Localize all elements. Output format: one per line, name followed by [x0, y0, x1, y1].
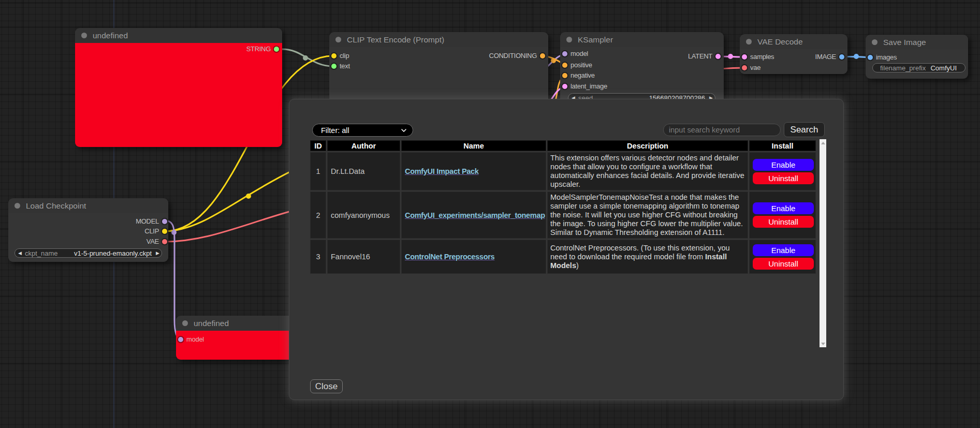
- column-header-id: ID: [310, 140, 326, 151]
- filter-select[interactable]: Filter: all: [312, 124, 413, 137]
- model-input-label: model: [571, 50, 588, 57]
- description-text: This extension offers various detector n…: [550, 154, 744, 188]
- CONDITIONING-output-port[interactable]: [540, 53, 545, 58]
- decrement-arrow-icon[interactable]: ◀: [15, 251, 25, 256]
- ckpt_name-widget-label: ckpt_name: [25, 249, 58, 257]
- latent_image-input-port[interactable]: [562, 84, 567, 89]
- vae-input-label: vae: [750, 64, 760, 71]
- samples-input-label: samples: [750, 53, 774, 61]
- undefined-node-top[interactable]: undefinedSTRING: [75, 28, 282, 147]
- samples-input-port[interactable]: [742, 54, 747, 60]
- save-image-node[interactable]: Save Imageimagesfilename_prefixComfyUI: [866, 35, 968, 79]
- filename_prefix-widget-value: ComfyUI: [930, 64, 965, 72]
- extension-row: 3Fannovel16ControlNet PreprocessorsContr…: [310, 240, 816, 274]
- STRING-output-label: STRING: [246, 45, 271, 53]
- model-input-port[interactable]: [178, 337, 183, 342]
- filename_prefix-widget[interactable]: filename_prefixComfyUI: [872, 63, 966, 72]
- node-titlebar: undefined: [75, 28, 282, 43]
- load-checkpoint-node[interactable]: Load CheckpointMODELCLIPVAE◀ckpt_namev1-…: [8, 198, 168, 262]
- cell-id: 2: [310, 191, 326, 239]
- vae-decode-node[interactable]: VAE DecodesamplesvaeIMAGE: [740, 34, 847, 74]
- IMAGE-output-port[interactable]: [839, 54, 844, 60]
- description-text: ModelSamplerTonemapNoiseTest a node that…: [550, 193, 743, 237]
- search-input[interactable]: [663, 124, 781, 136]
- node-title: KSampler: [578, 32, 613, 47]
- cell-id: 3: [310, 240, 326, 274]
- MODEL-output-label: MODEL: [136, 217, 159, 225]
- ckpt_name-widget-value: v1-5-pruned-emaonly.ckpt: [74, 249, 152, 257]
- column-header-install: Install: [749, 140, 816, 151]
- MODEL-output-port[interactable]: [162, 219, 167, 224]
- link-string-to-text-midpoint-dot: [303, 55, 308, 61]
- increment-arrow-icon[interactable]: ▶: [156, 251, 162, 256]
- ksampler-node[interactable]: KSamplermodelpositivenegativelatent_imag…: [560, 32, 724, 106]
- scroll-up-icon[interactable]: [820, 139, 826, 146]
- extension-link[interactable]: ComfyUI_experiments/sampler_tonemap: [405, 211, 545, 219]
- cell-author: Dr.Lt.Data: [327, 152, 400, 190]
- enable-button[interactable]: Enable: [753, 244, 814, 256]
- scroll-down-icon[interactable]: [820, 340, 826, 347]
- uninstall-button[interactable]: Uninstall: [753, 216, 814, 228]
- column-header-author: Author: [327, 140, 400, 151]
- node-status-dot-icon: [872, 39, 877, 45]
- negative-input-label: negative: [571, 71, 595, 79]
- column-header-name: Name: [401, 140, 546, 151]
- node-titlebar: Load Checkpoint: [8, 198, 168, 213]
- ckpt_name-widget[interactable]: ◀ckpt_namev1-5-pruned-emaonly.ckpt▶: [14, 248, 162, 258]
- cell-author: Fannovel16: [327, 240, 400, 274]
- CONDITIONING-output-label: CONDITIONING: [489, 52, 537, 60]
- filename_prefix-widget-label: filename_prefix: [873, 64, 926, 72]
- manager-dialog: Filter: all Search IDAuthorNameDescripti…: [289, 99, 844, 400]
- node-titlebar: VAE Decode: [740, 34, 847, 49]
- chevron-down-icon: [401, 129, 406, 132]
- extensions-table-wrap: IDAuthorNameDescriptionInstall 1Dr.Lt.Da…: [309, 139, 828, 347]
- model-input-label: model: [186, 335, 204, 343]
- extension-row: 2comfyanonymousComfyUI_experiments/sampl…: [310, 191, 816, 239]
- cell-name: ComfyUI Impact Pack: [401, 152, 546, 190]
- node-title: undefined: [93, 28, 128, 43]
- text-input-port[interactable]: [331, 64, 337, 69]
- link-model-to-undefined-midpoint-dot: [171, 230, 177, 235]
- positive-input-label: positive: [571, 61, 592, 69]
- positive-input-port[interactable]: [562, 63, 567, 68]
- STRING-output-port[interactable]: [274, 47, 279, 52]
- cell-description: ControlNet Preprocessors. (To use this e…: [547, 240, 748, 274]
- text-input-label: text: [340, 62, 350, 70]
- node-title: Save Image: [883, 35, 926, 50]
- close-button[interactable]: Close: [310, 379, 343, 393]
- node-status-dot-icon: [182, 320, 188, 326]
- node-status-dot-icon: [81, 33, 87, 38]
- enable-button[interactable]: Enable: [753, 202, 814, 214]
- model-input-port[interactable]: [562, 51, 567, 56]
- CLIP-output-port[interactable]: [162, 229, 167, 234]
- cell-install: EnableUninstall: [749, 152, 816, 190]
- table-header-row: IDAuthorNameDescriptionInstall: [310, 140, 816, 151]
- negative-input-port[interactable]: [562, 73, 567, 78]
- VAE-output-label: VAE: [147, 238, 159, 245]
- scrollbar[interactable]: [820, 139, 826, 347]
- images-input-label: images: [876, 53, 897, 61]
- uninstall-button[interactable]: Uninstall: [753, 172, 814, 184]
- enable-button[interactable]: Enable: [753, 159, 814, 171]
- link-clip-to-hidden-midpoint-dot: [246, 194, 251, 199]
- description-text: ControlNet Preprocessors. (To use this e…: [550, 244, 730, 261]
- node-status-dot-icon: [335, 37, 341, 42]
- extension-link[interactable]: ComfyUI Impact Pack: [405, 167, 479, 175]
- clip-input-label: clip: [340, 52, 349, 60]
- extension-link[interactable]: ControlNet Preprocessors: [405, 253, 494, 261]
- vae-input-port[interactable]: [742, 65, 747, 70]
- clip-input-port[interactable]: [331, 53, 337, 58]
- LATENT-output-port[interactable]: [715, 54, 721, 59]
- node-title: CLIP Text Encode (Prompt): [347, 32, 444, 47]
- uninstall-button[interactable]: Uninstall: [753, 258, 814, 270]
- clip-text-encode-node[interactable]: CLIP Text Encode (Prompt)cliptextCONDITI…: [329, 32, 548, 106]
- images-input-port[interactable]: [868, 55, 873, 60]
- node-status-dot-icon: [566, 37, 572, 42]
- CLIP-output-label: CLIP: [144, 227, 159, 235]
- VAE-output-port[interactable]: [162, 239, 167, 244]
- link-conditioning-to-positive-midpoint-dot: [551, 58, 556, 63]
- cell-description: ModelSamplerTonemapNoiseTest a node that…: [547, 191, 748, 239]
- node-body: [75, 43, 282, 147]
- search-button[interactable]: Search: [784, 122, 825, 137]
- node-title: Load Checkpoint: [26, 198, 86, 213]
